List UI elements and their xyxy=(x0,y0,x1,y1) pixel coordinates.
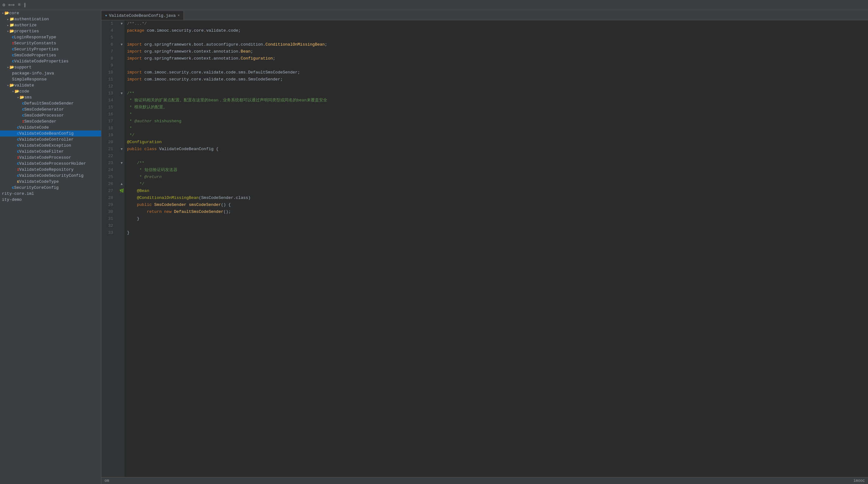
sync-icon[interactable]: ⟺ xyxy=(8,2,14,8)
line-number: 12 xyxy=(101,83,116,90)
tree-item-authorize[interactable]: ▸📁 authorize xyxy=(0,22,101,28)
chevron-icon: ▾ xyxy=(7,84,9,88)
tree-item-package-info.java[interactable]: package-info.java xyxy=(0,70,101,76)
fold-button[interactable]: ▼ xyxy=(119,146,124,153)
split-icon[interactable]: ∥ xyxy=(24,2,26,8)
tab-bar: ● ValidateCodeBeanConfig.java × xyxy=(101,10,868,20)
chevron-icon: ▾ xyxy=(7,66,9,69)
line-number: 32 xyxy=(101,222,116,229)
tree-item-SmsCodeGenerator[interactable]: C SmsCodeGenerator xyxy=(0,106,101,112)
code-line: */ xyxy=(127,181,868,188)
line-number: 7 xyxy=(101,48,116,55)
file-type-icon: C xyxy=(22,102,24,105)
tree-item-SecurityConstants[interactable]: I SecurityConstants xyxy=(0,40,101,46)
code-line: * xyxy=(127,125,868,132)
tree-item-SmsCodeProperties[interactable]: C SmsCodeProperties xyxy=(0,52,101,58)
status-bar: om imooc xyxy=(101,477,868,484)
status-left: om xyxy=(104,479,109,483)
tree-item-ValidateCodeException[interactable]: C ValidateCodeException xyxy=(0,142,101,149)
tree-item-label: rity-core.iml xyxy=(2,191,34,196)
folder-icon: 📂 xyxy=(20,95,24,100)
code-line xyxy=(127,34,868,41)
fold-button xyxy=(119,62,124,69)
settings-icon[interactable]: ⚙ xyxy=(3,2,5,8)
line-number: 27 xyxy=(101,188,116,194)
tree-item-code[interactable]: ▾📂 code xyxy=(0,88,101,94)
line-number: 23 xyxy=(101,160,116,167)
fold-button xyxy=(119,201,124,208)
tree-item-SecurityProperties[interactable]: C SecurityProperties xyxy=(0,46,101,52)
tree-item-authentication[interactable]: ▸📁 authentication xyxy=(0,16,101,22)
tree-item-sms[interactable]: ▾📂 sms xyxy=(0,94,101,100)
code-line: /**...*/ xyxy=(127,20,868,27)
tree-item-SmsCodeSender[interactable]: I SmsCodeSender xyxy=(0,119,101,125)
line-number: 13 xyxy=(101,90,116,97)
code-line: } xyxy=(127,216,868,222)
tab-dot: ● xyxy=(105,14,107,18)
line-number: 30 xyxy=(101,208,116,216)
file-type-icon: C xyxy=(17,144,19,148)
tree-item-properties[interactable]: ▾📂 properties xyxy=(0,28,101,34)
tree-item-label: ValidateCodeRepository xyxy=(19,167,74,172)
file-type-icon: E xyxy=(17,180,19,184)
tree-item-label: support xyxy=(14,65,32,70)
tree-item-DefaultSmsCodeSender[interactable]: C DefaultSmsCodeSender xyxy=(0,100,101,106)
fold-button xyxy=(119,97,124,104)
menu-icon[interactable]: ≡ xyxy=(18,2,20,8)
tree-item-label: authorize xyxy=(14,23,36,28)
code-area[interactable]: /**...*/package com.imooc.security.core.… xyxy=(124,20,868,477)
fold-button[interactable]: ▲ xyxy=(119,181,124,188)
fold-button xyxy=(119,132,124,139)
fold-button[interactable]: ▼ xyxy=(119,41,124,48)
tree-item-ValidateCodeProcessor[interactable]: I ValidateCodeProcessor xyxy=(0,155,101,161)
tree-item-label: ValidateCodeSecurityConfig xyxy=(19,173,84,178)
fold-button[interactable]: ▼ xyxy=(119,20,124,27)
file-type-icon: I xyxy=(22,120,24,124)
tree-item-core[interactable]: ▾📂 core xyxy=(0,10,101,16)
tree-item-rity-core.iml[interactable]: rity-core.iml xyxy=(0,191,101,197)
tree-item-label: package-info.java xyxy=(12,71,54,76)
code-editor[interactable]: 1456789101112131415161718192021222324252… xyxy=(101,20,868,477)
line-number: 11 xyxy=(101,76,116,83)
chevron-icon: ▸ xyxy=(7,18,9,21)
tab-close-button[interactable]: × xyxy=(178,13,180,18)
tree-item-label: ity-demo xyxy=(2,197,22,202)
tree-item-label: SecurityProperties xyxy=(14,47,59,52)
tree-item-ValidateCodeProperties[interactable]: C ValidateCodeProperties xyxy=(0,58,101,64)
tree-item-ValidateCodeBeanConfig[interactable]: C ValidateCodeBeanConfig xyxy=(0,130,101,136)
line-number: 5 xyxy=(101,34,116,41)
code-line xyxy=(127,62,868,69)
line-number: 19 xyxy=(101,132,116,139)
tree-item-label: SecurityCoreConfig xyxy=(14,185,59,190)
tree-item-ValidateCodeSecurityConfig[interactable]: C ValidateCodeSecurityConfig xyxy=(0,173,101,179)
tree-item-ValidateCodeFilter[interactable]: C ValidateCodeFilter xyxy=(0,149,101,155)
tree-item-ValidateCodeController[interactable]: C ValidateCodeController xyxy=(0,136,101,142)
line-number: 17 xyxy=(101,118,116,125)
active-tab[interactable]: ● ValidateCodeBeanConfig.java × xyxy=(101,11,184,20)
code-line: import org.springframework.context.annot… xyxy=(127,48,868,55)
tree-item-ValidateCodeRepository[interactable]: I ValidateCodeRepository xyxy=(0,167,101,173)
code-line: @Bean xyxy=(127,188,868,194)
tree-item-ValidateCodeProcessorHolder[interactable]: C ValidateCodeProcessorHolder xyxy=(0,161,101,167)
tree-item-ValidateCode[interactable]: C ValidateCode xyxy=(0,125,101,130)
tree-item-SecurityCoreConfig[interactable]: C SecurityCoreConfig xyxy=(0,185,101,191)
fold-button xyxy=(119,27,124,34)
tree-item-SmsCodeProcessor[interactable]: C SmsCodeProcessor xyxy=(0,112,101,119)
fold-button xyxy=(119,69,124,76)
tree-item-ValidateCodeType[interactable]: E ValidateCodeType xyxy=(0,179,101,185)
line-numbers: 1456789101112131415161718192021222324252… xyxy=(101,20,119,477)
tree-item-validate[interactable]: ▾📂 validate xyxy=(0,83,101,88)
tree-item-SimpleResponse[interactable]: SimpleResponse xyxy=(0,76,101,83)
line-number: 14 xyxy=(101,97,116,104)
tree-item-LoginResponseType[interactable]: C LoginResponseType xyxy=(0,34,101,40)
folder-icon: 📂 xyxy=(14,89,19,94)
chevron-icon: ▾ xyxy=(12,90,14,93)
tree-item-label: SimpleResponse xyxy=(12,77,46,82)
tree-item-support[interactable]: ▾📂 support xyxy=(0,64,101,70)
file-type-icon: C xyxy=(12,47,14,51)
tree-item-ity-demo[interactable]: ity-demo xyxy=(0,197,101,203)
fold-button[interactable]: ▼ xyxy=(119,90,124,97)
folder-icon: 📂 xyxy=(9,29,14,34)
folder-icon: 📂 xyxy=(9,83,14,88)
fold-button[interactable]: ▼ xyxy=(119,160,124,167)
